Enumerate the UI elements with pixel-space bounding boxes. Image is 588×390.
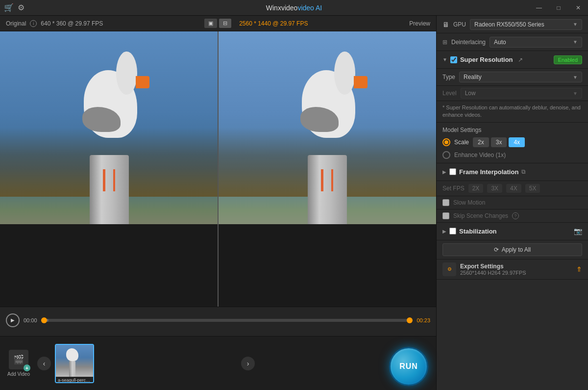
thumb-label: a-seagull-perched	[56, 377, 93, 383]
maximize-button[interactable]: □	[549, 0, 568, 16]
play-button[interactable]: ▶	[6, 313, 20, 327]
apply-row: ⟳ Apply to All	[437, 240, 588, 260]
export-settings-row: ⚙ Export Settings 2560*1440 H264 29.97FP…	[437, 260, 588, 280]
slow-motion-row: Slow Motion	[437, 196, 588, 209]
deinterlacing-row: ⊞ Deinterlacing Auto ▼	[437, 33, 588, 51]
scale-row: Scale 2x 3x 4x	[442, 137, 582, 147]
sr-checkbox[interactable]	[450, 56, 457, 63]
sr-level-select[interactable]: Low ▼	[461, 88, 582, 99]
thumbnail-strip: 🎬 + Add Video ‹ a-seagull-perched ›	[0, 336, 436, 390]
fi-title: Frame Interpolation	[459, 168, 518, 176]
sr-type-chevron: ▼	[573, 75, 578, 80]
sr-note: * Super Resolution can automatically deb…	[437, 101, 588, 123]
scale-2x-btn[interactable]: 2x	[473, 137, 489, 147]
info-icon[interactable]: i	[30, 20, 37, 27]
compare-btn-single[interactable]: ▣	[204, 19, 217, 28]
frame-right	[218, 31, 436, 307]
export-icon: ⚙	[442, 262, 456, 276]
run-button[interactable]: RUN	[389, 347, 428, 386]
stabilization-header: ▶ Stabilization 📷	[437, 223, 588, 240]
time-end: 00:23	[416, 317, 430, 323]
res-left: 640 * 360 @ 29.97 FPS	[41, 20, 103, 27]
split-divider	[218, 31, 219, 307]
gpu-select[interactable]: Radeon RX550/550 Series ▼	[470, 19, 582, 30]
sr-type-select[interactable]: Reality ▼	[459, 72, 582, 82]
app-title: Winxvideovideo AI	[266, 4, 322, 12]
thumbnail-item[interactable]: a-seagull-perched	[55, 344, 94, 383]
sr-level-value: Low	[465, 90, 476, 97]
slow-motion-label: Slow Motion	[453, 199, 485, 206]
scale-3x-btn[interactable]: 3x	[491, 137, 507, 147]
fps-2x-btn: 2X	[468, 184, 484, 193]
super-resolution-header: ▼ Super Resolution ↗ Enabled	[437, 51, 588, 69]
export-info: Export Settings 2560*1440 H264 29.97FPS	[460, 263, 572, 276]
fi-expand-arrow[interactable]: ▶	[442, 169, 446, 175]
skip-help-icon[interactable]: ?	[512, 212, 519, 219]
compare-btn-split[interactable]: ⊟	[219, 19, 231, 28]
sr-type-label: Type	[442, 74, 455, 80]
nav-left-arrow[interactable]: ‹	[37, 357, 51, 370]
minimize-button[interactable]: —	[529, 0, 549, 16]
export-gear-icon: ⚙	[447, 266, 452, 272]
video-frames	[0, 31, 436, 307]
time-start: 00:00	[24, 317, 37, 323]
run-button-wrap: RUN	[389, 347, 428, 386]
enhance-row: Enhance Video (1x)	[442, 151, 582, 159]
stab-icon: 📷	[574, 227, 582, 235]
deinterlacing-select[interactable]: Auto ▼	[490, 37, 582, 48]
gpu-label: GPU	[453, 21, 466, 28]
slow-motion-checkbox	[442, 199, 449, 206]
gpu-value: Radeon RX550/550 Series	[474, 21, 544, 28]
fi-fps-label: Set FPS	[442, 185, 465, 192]
nav-right-arrow[interactable]: ›	[241, 357, 255, 370]
fi-fps-row: Set FPS 2X 3X 4X 5X	[437, 181, 588, 196]
fps-5x-btn: 5X	[525, 184, 540, 193]
fps-4x-btn: 4X	[506, 184, 521, 193]
compare-buttons: ▣ ⊟	[204, 19, 231, 28]
original-label: Original	[6, 20, 26, 27]
apply-label: Apply to All	[502, 246, 531, 253]
gear-icon[interactable]: ⚙	[18, 3, 24, 12]
model-settings: Model Settings Scale 2x 3x 4x Enhance Vi…	[437, 123, 588, 163]
model-settings-label: Model Settings	[442, 127, 582, 133]
timeline-handle-right[interactable]	[407, 317, 413, 323]
scale-radio[interactable]	[442, 138, 450, 146]
sr-level-row: Level Low ▼	[437, 86, 588, 101]
scale-label: Scale	[454, 139, 469, 146]
apply-all-button[interactable]: ⟳ Apply to All	[442, 243, 582, 256]
stab-expand-arrow[interactable]: ▶	[442, 229, 446, 234]
fi-checkbox[interactable]	[449, 168, 456, 175]
export-expand-icon[interactable]: ⇑	[576, 265, 582, 273]
apply-icon: ⟳	[494, 246, 499, 253]
sr-export-icon[interactable]: ↗	[518, 56, 523, 63]
preview-frame	[218, 31, 436, 307]
timeline-handle-left[interactable]	[41, 317, 47, 323]
playback-controls: ▶ 00:00 00:23	[0, 307, 436, 336]
gpu-chevron: ▼	[573, 22, 578, 27]
original-frame	[0, 31, 218, 307]
frame-interpolation-header: ▶ Frame Interpolation ⧉	[437, 163, 588, 181]
add-video-button[interactable]: 🎬 + Add Video	[4, 344, 33, 383]
skip-scene-checkbox	[442, 212, 449, 219]
stab-checkbox[interactable]	[449, 228, 456, 234]
frame-left	[0, 31, 218, 307]
sr-level-chevron: ▼	[573, 91, 578, 96]
export-title: Export Settings	[460, 263, 572, 270]
sr-expand-arrow[interactable]: ▼	[442, 57, 447, 62]
add-video-label: Add Video	[7, 371, 30, 377]
main-content: Original i 640 * 360 @ 29.97 FPS ▣ ⊟ 256…	[0, 16, 588, 390]
timeline[interactable]	[41, 317, 413, 323]
fps-3x-btn: 3X	[487, 184, 502, 193]
fi-copy-icon[interactable]: ⧉	[521, 168, 526, 175]
sr-enabled-badge: Enabled	[554, 55, 582, 64]
sr-type-row: Type Reality ▼	[437, 69, 588, 86]
titlebar: 🛒 ⚙ Winxvideovideo AI — □ ✕	[0, 0, 588, 16]
stab-title: Stabilization	[459, 228, 497, 235]
deinterlacing-value: Auto	[494, 39, 506, 46]
close-button[interactable]: ✕	[568, 0, 588, 16]
cart-icon[interactable]: 🛒	[4, 3, 14, 12]
skip-scene-label: Skip Scene Changes	[453, 212, 508, 219]
res-right: 2560 * 1440 @ 29.97 FPS	[239, 20, 308, 27]
enhance-radio[interactable]	[442, 151, 450, 159]
scale-4x-btn[interactable]: 4x	[509, 137, 525, 147]
